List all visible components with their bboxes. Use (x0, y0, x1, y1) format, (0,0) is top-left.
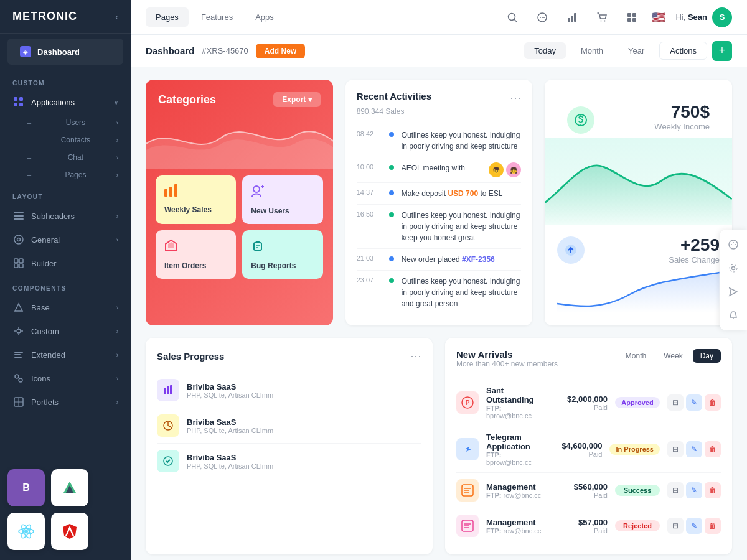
activity-time-5: 21:03 (357, 254, 382, 262)
item-orders-icon (164, 239, 227, 256)
section-label-custom: CUSTOM (0, 70, 131, 90)
tech-badges-row: B (0, 459, 131, 560)
new-arrivals-card: New Arrivals More than 400+ new members … (445, 338, 732, 554)
edit-icon-3[interactable]: ✎ (686, 482, 702, 498)
export-button[interactable]: Export ▾ (273, 92, 320, 107)
copy-icon-1[interactable]: ⊟ (667, 394, 684, 411)
applications-label: Applications (31, 98, 75, 107)
tab-apps[interactable]: Apps (245, 7, 284, 27)
svg-point-22 (15, 375, 19, 378)
user-info[interactable]: Hi, Sean S (675, 7, 732, 27)
arrival-icon-3 (456, 479, 479, 502)
new-users-label: New Users (251, 207, 314, 215)
chart-icon[interactable] (562, 7, 582, 27)
search-icon[interactable] (502, 7, 522, 27)
svg-rect-11 (14, 264, 18, 268)
sidebar-item-base[interactable]: Base › (0, 296, 131, 319)
arrival-row-1: P Sant Outstanding FTP: bprow@bnc.cc $2,… (456, 380, 721, 426)
actions-button[interactable]: Actions (659, 42, 707, 60)
cart-icon[interactable] (592, 7, 612, 27)
add-new-button[interactable]: Add New (256, 44, 305, 58)
svg-rect-0 (14, 97, 17, 101)
sidebar-item-builder[interactable]: Builder (0, 251, 131, 275)
delete-icon-4[interactable]: 🗑 (705, 518, 721, 534)
edit-icon-2[interactable]: ✎ (686, 441, 702, 457)
sales-change-amount: +259 (669, 235, 720, 255)
side-send-icon[interactable] (723, 282, 743, 302)
side-settings-icon[interactable] (723, 258, 743, 278)
arrival-paid-2: Paid (546, 450, 602, 458)
activities-more-icon[interactable]: ⋯ (510, 91, 521, 105)
activity-text-1: Outlines keep you honest. Indulging in p… (402, 129, 522, 152)
sales-change-chart (557, 269, 720, 313)
tab-pages[interactable]: Pages (146, 7, 189, 27)
sales-progress-header: Sales Progress ⋯ (157, 349, 421, 363)
general-label: General (31, 235, 60, 245)
period-month-btn[interactable]: Month (618, 349, 654, 363)
arrival-paid-1: Paid (552, 404, 608, 411)
tab-features[interactable]: Features (191, 7, 243, 27)
tile-item-orders[interactable]: Item Orders (156, 230, 236, 279)
svg-point-7 (14, 235, 23, 244)
svg-rect-51 (169, 187, 172, 197)
sales-progress-more-icon[interactable]: ⋯ (410, 349, 421, 363)
sidebar-item-dashboard[interactable]: Dashboard (7, 39, 123, 65)
sales-avatar-1 (157, 379, 179, 401)
flag-icon[interactable]: 🇺🇸 (652, 11, 665, 24)
item-orders-label: Item Orders (164, 261, 227, 270)
svg-point-81 (735, 244, 736, 245)
social-icon[interactable] (532, 7, 552, 27)
activity-item-4: 16:50 Outlines keep you honest. Indulgin… (357, 205, 522, 249)
sidebar-item-users[interactable]: – Users › (0, 114, 131, 131)
delete-icon-3[interactable]: 🗑 (705, 482, 721, 498)
breadcrumb-left: Dashboard #XRS-45670 Add New (146, 44, 305, 58)
delete-icon-2[interactable]: 🗑 (705, 441, 721, 457)
activity-text-5: New order placed #XF-2356 (402, 254, 522, 265)
period-year-button[interactable]: Year (618, 42, 654, 59)
sales-item-2: Briviba SaaS PHP, SQLite, Artisan CLImm (157, 408, 421, 444)
sales-name-2: Briviba SaaS (187, 418, 421, 427)
activity-time-2: 10:00 (357, 163, 382, 170)
sidebar-item-extended[interactable]: Extended › (0, 343, 131, 366)
sidebar-item-pages[interactable]: – Pages › (0, 166, 131, 184)
categories-card: Categories Export ▾ Weekly Sa (146, 80, 333, 325)
svg-point-39 (542, 17, 543, 18)
period-today-button[interactable]: Today (524, 42, 566, 59)
arrivals-subtitle: More than 400+ new members (456, 360, 558, 368)
period-day-btn[interactable]: Day (693, 349, 721, 363)
sidebar-item-subheaders[interactable]: Subheaders › (0, 204, 131, 228)
sidebar-item-general[interactable]: General › (0, 228, 131, 251)
arrival-name-1: Sant Outstanding (486, 386, 544, 404)
income-chart (545, 138, 732, 225)
tile-new-users[interactable]: New Users (242, 175, 322, 224)
svg-point-40 (543, 17, 545, 18)
svg-point-8 (17, 238, 21, 241)
sales-sub-3: PHP, SQLite, Artisan CLImm (187, 462, 421, 470)
period-month-button[interactable]: Month (571, 42, 613, 59)
svg-rect-50 (164, 189, 167, 197)
copy-icon-3[interactable]: ⊟ (667, 482, 684, 498)
sidebar-item-custom[interactable]: Custom › (0, 319, 131, 343)
side-palette-icon[interactable] (723, 235, 743, 254)
dashboard-label: Dashboard (37, 47, 80, 57)
sidebar-item-icons[interactable]: Icons › (0, 366, 131, 390)
edit-icon-4[interactable]: ✎ (686, 518, 702, 534)
sidebar-item-applications[interactable]: Applications ∨ (0, 90, 131, 114)
svg-rect-10 (19, 259, 23, 263)
sidebar-toggle-icon[interactable]: ‹ (115, 12, 118, 22)
edit-icon-1[interactable]: ✎ (686, 394, 702, 411)
copy-icon-4[interactable]: ⊟ (667, 518, 684, 534)
delete-icon-1[interactable]: 🗑 (705, 394, 721, 411)
sidebar-item-contacts[interactable]: – Contacts › (0, 131, 131, 149)
sidebar-item-portlets[interactable]: Portlets › (0, 390, 131, 414)
copy-icon-2[interactable]: ⊟ (667, 441, 684, 457)
side-notification-icon[interactable] (723, 306, 743, 325)
period-week-btn[interactable]: Week (656, 349, 690, 363)
mini-avatar-1: 👦 (489, 162, 504, 177)
bootstrap-badge: B (7, 469, 45, 506)
tile-weekly-sales[interactable]: Weekly Sales (156, 175, 236, 224)
add-button[interactable]: + (712, 41, 732, 61)
sidebar-item-chat[interactable]: – Chat › (0, 149, 131, 166)
grid-icon[interactable] (622, 7, 642, 27)
tile-bug-reports[interactable]: Bug Reports (242, 230, 322, 279)
